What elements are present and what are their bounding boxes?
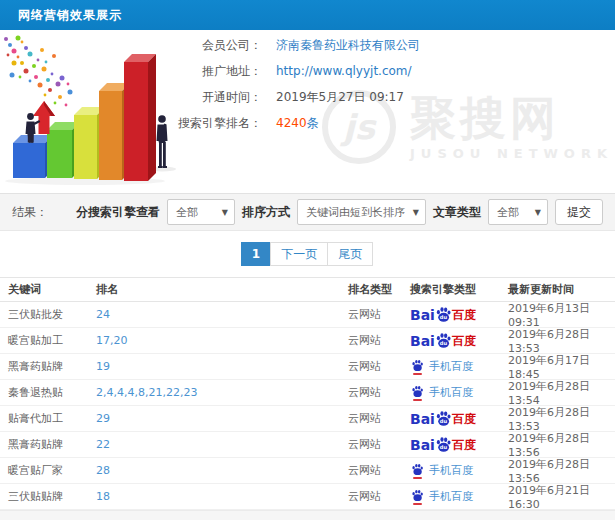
table-header-row: 关键词 排名 排名类型 搜索引擎类型 最新更新时间	[0, 278, 615, 302]
engine-cell: Baidu百度	[410, 410, 508, 427]
rank-type-cell: 云网站	[348, 411, 410, 426]
rank-type-cell: 云网站	[348, 489, 410, 504]
baidu-logo: Baidu百度	[410, 436, 476, 453]
person-thinking-icon	[157, 115, 168, 168]
table-row: 黑膏药贴牌19云网站手机百度2019年6月17日 18:45	[0, 354, 615, 380]
rank-count-value: 4240	[276, 116, 307, 130]
baidu-paw-icon	[411, 489, 424, 502]
results-table: 关键词 排名 排名类型 搜索引擎类型 最新更新时间 三伏贴批发24云网站Baid…	[0, 277, 615, 510]
rank-value: 17,20	[96, 334, 128, 347]
table-row: 贴膏代加工29云网站Baidu百度2019年6月28日 13:53	[0, 406, 615, 432]
watermark-name: 聚搜网	[410, 93, 613, 144]
engine-filter-select[interactable]: 全部 ▼	[167, 199, 235, 225]
mobile-baidu-logo: 手机百度	[410, 489, 473, 505]
sort-select[interactable]: 关键词由短到长排序 ▼	[297, 199, 426, 225]
table-row: 暖宫贴厂家28云网站手机百度2019年6月28日 13:56	[0, 458, 615, 484]
rank-value: 29	[96, 412, 110, 425]
article-type-label: 文章类型	[433, 204, 481, 221]
pagination-area: 1 下一页 尾页	[0, 231, 615, 277]
rank-count-label: 搜索引擎排名：	[172, 115, 262, 132]
red-underline	[413, 477, 422, 479]
svg-text:du: du	[440, 314, 448, 320]
page-number-current[interactable]: 1	[241, 242, 271, 266]
open-time-value: 2019年5月27日 09:17	[276, 89, 404, 106]
keyword-cell: 三伏贴贴牌	[8, 489, 96, 504]
engine-cell: 手机百度	[410, 463, 508, 479]
updated-cell: 2019年6月28日 13:53	[508, 405, 615, 433]
updated-cell: 2019年6月21日 16:30	[508, 483, 615, 511]
sort-value: 关键词由短到长排序	[306, 205, 405, 220]
pagination: 1 下一页 尾页	[242, 242, 373, 266]
chevron-down-icon: ▼	[222, 208, 228, 217]
updated-cell: 2019年6月28日 13:56	[508, 457, 615, 485]
next-page-button[interactable]: 下一页	[270, 242, 328, 266]
company-value[interactable]: 济南秦鲁药业科技有限公司	[276, 37, 420, 54]
header-updated: 最新更新时间	[508, 282, 615, 297]
table-row: 黑膏药贴牌22云网站Baidu百度2019年6月28日 13:56	[0, 432, 615, 458]
company-label: 会员公司：	[172, 37, 262, 54]
red-underline	[413, 503, 422, 505]
keyword-cell: 贴膏代加工	[8, 411, 96, 426]
filter-controls: 分搜索引擎查看 全部 ▼ 排序方式 关键词由短到长排序 ▼ 文章类型 全部 ▼ …	[76, 199, 603, 225]
rank-value: 19	[96, 360, 110, 373]
rank-type-cell: 云网站	[348, 359, 410, 374]
open-time-label: 开通时间：	[172, 89, 262, 106]
updated-cell: 2019年6月28日 13:54	[508, 379, 615, 407]
table-body: 三伏贴批发24云网站Baidu百度2019年6月13日 09:31暖宫贴加工17…	[0, 302, 615, 510]
header-keyword: 关键词	[8, 282, 96, 297]
footer-strip	[0, 510, 615, 520]
rank-type-cell: 云网站	[348, 437, 410, 452]
rank-cell: 19	[96, 360, 348, 373]
hero-section: 会员公司： 济南秦鲁药业科技有限公司 推广地址： http://www.qlyy…	[0, 30, 615, 193]
baidu-paw-icon: du	[435, 436, 452, 453]
info-row-url: 推广地址： http://www.qlyyjt.com/	[172, 64, 420, 78]
last-page-button[interactable]: 尾页	[327, 242, 373, 266]
rank-value: 22	[96, 438, 110, 451]
svg-text:du: du	[440, 418, 448, 424]
promotion-url-link[interactable]: http://www.qlyyjt.com/	[276, 64, 412, 78]
article-type-value: 全部	[497, 205, 519, 220]
sort-label: 排序方式	[242, 204, 290, 221]
baidu-paw-icon	[411, 385, 424, 398]
rank-type-cell: 云网站	[348, 333, 410, 348]
url-label: 推广地址：	[172, 63, 262, 80]
rank-cell: 2,4,4,4,8,21,22,23	[96, 386, 348, 399]
keyword-cell: 三伏贴批发	[8, 307, 96, 322]
submit-button[interactable]: 提交	[555, 199, 603, 225]
rank-value: 28	[96, 464, 110, 477]
rank-cell: 29	[96, 412, 348, 425]
chevron-down-icon: ▼	[535, 208, 541, 217]
article-type-select[interactable]: 全部 ▼	[488, 199, 548, 225]
mobile-baidu-logo: 手机百度	[410, 359, 473, 375]
updated-cell: 2019年6月17日 18:45	[508, 353, 615, 381]
filter-bar: 结果： 分搜索引擎查看 全部 ▼ 排序方式 关键词由短到长排序 ▼ 文章类型 全…	[0, 193, 615, 231]
chevron-down-icon: ▼	[413, 208, 419, 217]
rank-value: 24	[96, 308, 110, 321]
page-title: 网络营销效果展示	[18, 7, 122, 24]
rank-cell: 28	[96, 464, 348, 477]
header-rank-type: 排名类型	[348, 282, 410, 297]
red-underline	[413, 373, 422, 375]
rank-value: 2,4,4,4,8,21,22,23	[96, 386, 197, 399]
baidu-paw-icon: du	[435, 306, 452, 323]
info-row-open-time: 开通时间： 2019年5月27日 09:17	[172, 90, 420, 104]
keyword-cell: 黑膏药贴牌	[8, 359, 96, 374]
rank-type-cell: 云网站	[348, 463, 410, 478]
engine-cell: Baidu百度	[410, 306, 508, 323]
confetti-dots	[4, 36, 73, 107]
rank-value: 18	[96, 490, 110, 503]
engine-cell: 手机百度	[410, 489, 508, 505]
rank-count-unit: 条	[307, 116, 319, 130]
keyword-cell: 暖宫贴加工	[8, 333, 96, 348]
baidu-paw-icon: du	[435, 332, 452, 349]
page: 网络营销效果展示	[0, 0, 615, 520]
updated-cell: 2019年6月13日 09:31	[508, 301, 615, 329]
keyword-cell: 暖宫贴厂家	[8, 463, 96, 478]
account-info: 会员公司： 济南秦鲁药业科技有限公司 推广地址： http://www.qlyy…	[172, 38, 420, 142]
rank-cell: 22	[96, 438, 348, 451]
rank-type-cell: 云网站	[348, 385, 410, 400]
table-row: 三伏贴批发24云网站Baidu百度2019年6月13日 09:31	[0, 302, 615, 328]
growth-chart-illustration	[0, 33, 186, 189]
engine-filter-value: 全部	[176, 205, 198, 220]
baidu-paw-icon	[411, 463, 424, 476]
